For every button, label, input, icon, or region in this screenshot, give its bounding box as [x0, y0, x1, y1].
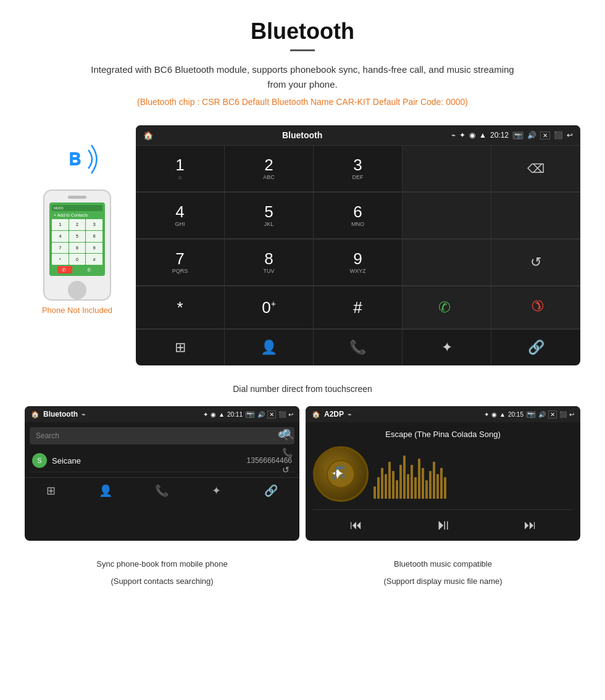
- pb-time: 20:11: [227, 411, 243, 418]
- svg-text:🎵: 🎵: [330, 464, 348, 481]
- key-6[interactable]: 6 MNO: [314, 193, 403, 239]
- pb-close-icon[interactable]: ✕: [267, 410, 276, 419]
- music-play-pause-icon[interactable]: ⏯: [436, 516, 451, 533]
- key-5[interactable]: 5 JKL: [225, 193, 314, 239]
- music-screen-icon[interactable]: ⬛: [559, 411, 567, 418]
- key-9[interactable]: 9 WXYZ: [314, 240, 403, 286]
- phone-key-9: 9: [86, 243, 102, 254]
- svg-text:ʙ: ʙ: [68, 145, 81, 170]
- key-star[interactable]: *: [136, 286, 225, 329]
- dialpad-screen: 🏠 Bluetooth ⌁ ✦ ◉ ▲ 20:12 📷 🔊 ✕ ⬛ ↩: [136, 125, 580, 365]
- phonebook-panel: 🏠 Bluetooth ⌁ ✦ ◉ ▲ 20:11 📷 🔊 ✕ ⬛ ↩ Sear…: [25, 406, 299, 541]
- pbn-grid-icon[interactable]: ⊞: [46, 484, 56, 498]
- key-8[interactable]: 8 TUV: [225, 240, 314, 286]
- key-3[interactable]: 3 DEF: [314, 146, 403, 192]
- eq-bar: [373, 486, 376, 499]
- key-call-green[interactable]: ✆: [403, 286, 491, 329]
- music-caption-area: Bluetooth music compatible (Support disp…: [306, 553, 580, 587]
- pb-title: Bluetooth: [43, 410, 78, 419]
- bluetooth-signal-icon: ʙ: [52, 138, 102, 181]
- screen-icon[interactable]: ⬛: [554, 131, 563, 140]
- key-backspace[interactable]: ⌫: [491, 146, 580, 192]
- contact-letter: S: [32, 453, 47, 468]
- eq-bar: [414, 477, 417, 499]
- pb-call-side-icon[interactable]: 📞: [282, 448, 294, 457]
- music-body: Escape (The Pina Colada Song) ✦ 🎵 ⏮ ⏯ ⏭: [306, 422, 580, 541]
- music-close-icon[interactable]: ✕: [548, 410, 557, 419]
- key-1[interactable]: 1 ⌂: [136, 146, 225, 192]
- volume-icon[interactable]: 🔊: [527, 131, 536, 140]
- nav-bluetooth[interactable]: ✦: [403, 330, 491, 365]
- pb-topbar-right: ✦ ◉ ▲ 20:11 📷 🔊 ✕ ⬛ ↩: [203, 410, 293, 419]
- close-icon[interactable]: ✕: [540, 131, 550, 140]
- music-home-icon[interactable]: 🏠: [312, 410, 320, 419]
- music-volume-icon[interactable]: 🔊: [538, 411, 546, 418]
- nav-dialpad[interactable]: ⊞: [136, 330, 225, 365]
- eq-bar: [433, 462, 435, 499]
- pb-screen-icon[interactable]: ⬛: [278, 411, 286, 418]
- pbn-bt-icon[interactable]: ✦: [212, 484, 221, 498]
- phone-key-hash: #: [86, 254, 102, 265]
- nav-call[interactable]: 📞: [314, 330, 403, 365]
- pb-topbar-left: 🏠 Bluetooth ⌁: [31, 410, 86, 419]
- pb-location-icon: ◉: [211, 411, 216, 418]
- eq-bar: [436, 474, 439, 499]
- dialpad-title: Bluetooth: [282, 130, 322, 140]
- search-bar[interactable]: Search 🔍: [30, 427, 294, 444]
- music-prev-icon[interactable]: ⏮: [350, 518, 362, 532]
- dialpad-topbar-right: ⌁ ✦ ◉ ▲ 20:12 📷 🔊 ✕ ⬛ ↩: [451, 131, 573, 140]
- phonebook-topbar: 🏠 Bluetooth ⌁ ✦ ◉ ▲ 20:11 📷 🔊 ✕ ⬛ ↩: [25, 406, 299, 422]
- music-topbar-left: 🏠 A2DP ⌁: [312, 410, 352, 419]
- dialpad-topbar: 🏠 Bluetooth ⌁ ✦ ◉ ▲ 20:12 📷 🔊 ✕ ⬛ ↩: [136, 125, 580, 145]
- pb-home-icon[interactable]: 🏠: [31, 410, 40, 419]
- phone-key-4: 4: [52, 231, 69, 242]
- page-title: Bluetooth: [12, 19, 593, 44]
- pb-bt-icon: ✦: [203, 411, 208, 418]
- key-hash[interactable]: #: [314, 286, 403, 329]
- home-icon[interactable]: 🏠: [143, 131, 153, 140]
- main-section: ʙ M(20) + Add to Contacts 1 2 3 4 5 6: [0, 113, 605, 378]
- key-2[interactable]: 2 ABC: [225, 146, 314, 192]
- key-7[interactable]: 7 PQRS: [136, 240, 225, 286]
- key-4[interactable]: 4 GHI: [136, 193, 225, 239]
- svg-text:✆: ✆: [87, 267, 91, 273]
- page-header: Bluetooth Integrated with BC6 Bluetooth …: [0, 0, 605, 113]
- eq-bar: [407, 474, 409, 499]
- pb-back-icon[interactable]: ↩: [288, 411, 293, 418]
- pb-volume-icon[interactable]: 🔊: [257, 411, 265, 418]
- dialpad-row-3: 7 PQRS 8 TUV 9 WXYZ ↺: [136, 239, 580, 286]
- key-0[interactable]: 0+: [225, 286, 314, 329]
- pb-search-side-icon[interactable]: 🔍: [282, 428, 294, 440]
- bt-icon: ✦: [459, 131, 465, 140]
- music-back-icon[interactable]: ↩: [569, 411, 574, 418]
- eq-bar: [418, 459, 420, 499]
- nav-contacts[interactable]: 👤: [225, 330, 314, 365]
- eq-bar: [440, 468, 443, 499]
- pbn-person-icon[interactable]: 👤: [99, 484, 112, 498]
- svg-text:✆: ✆: [62, 267, 66, 273]
- pbn-phone-icon[interactable]: 📞: [155, 484, 169, 498]
- pb-refresh-side-icon[interactable]: ↺: [282, 465, 294, 475]
- key-call-red[interactable]: ✆: [491, 286, 580, 329]
- pb-body: Search 🔍 S Seicane 13566664466 🔍 📞 ↺: [25, 422, 299, 477]
- dialpad-column: 🏠 Bluetooth ⌁ ✦ ◉ ▲ 20:12 📷 🔊 ✕ ⬛ ↩: [136, 125, 580, 365]
- contact-row[interactable]: S Seicane 13566664466: [30, 449, 294, 472]
- pbn-link-icon[interactable]: 🔗: [264, 484, 278, 498]
- phone-key-3: 3: [86, 219, 102, 230]
- key-empty-2: [403, 193, 491, 239]
- description-text: Integrated with BC6 Bluetooth module, su…: [86, 62, 519, 92]
- back-icon[interactable]: ↩: [567, 131, 573, 140]
- music-panel: 🏠 A2DP ⌁ ✦ ◉ ▲ 20:15 📷 🔊 ✕ ⬛ ↩ Escape (T…: [306, 406, 580, 541]
- nav-link[interactable]: 🔗: [491, 330, 580, 365]
- music-topbar-right: ✦ ◉ ▲ 20:15 📷 🔊 ✕ ⬛ ↩: [484, 410, 574, 419]
- signal-icon: ▲: [479, 131, 486, 140]
- music-next-icon[interactable]: ⏭: [524, 518, 536, 532]
- music-location-icon: ◉: [491, 411, 497, 418]
- phone-key-8: 8: [69, 243, 86, 254]
- eq-bar: [429, 471, 432, 499]
- key-refresh[interactable]: ↺: [491, 240, 580, 286]
- music-title: A2DP: [324, 410, 344, 419]
- music-camera-icon: 📷: [526, 411, 536, 418]
- song-title: Escape (The Pina Colada Song): [385, 430, 500, 439]
- phonebook-bottom-nav: ⊞ 👤 📞 ✦ 🔗: [25, 477, 299, 504]
